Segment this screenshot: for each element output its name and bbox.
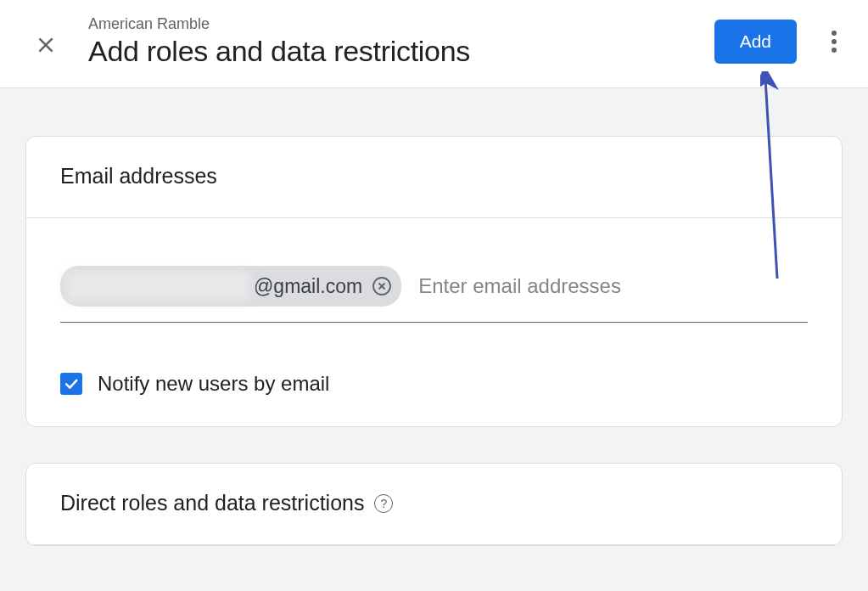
breadcrumb: American Ramble <box>88 15 714 33</box>
svg-point-4 <box>832 48 837 53</box>
email-addresses-card: Email addresses @gmail.com <box>25 136 843 427</box>
header-bar: American Ramble Add roles and data restr… <box>0 0 868 88</box>
content-area: Email addresses @gmail.com <box>0 88 868 591</box>
chip-redacted-name <box>65 271 250 301</box>
email-input[interactable] <box>418 274 808 298</box>
header-titles: American Ramble Add roles and data restr… <box>88 15 714 68</box>
roles-card: Direct roles and data restrictions ? <box>25 463 843 546</box>
notify-checkbox-row: Notify new users by email <box>60 372 808 396</box>
roles-card-title: Direct roles and data restrictions <box>60 491 364 515</box>
chip-remove-icon[interactable] <box>371 275 393 297</box>
close-icon[interactable] <box>34 33 58 57</box>
svg-point-3 <box>832 39 837 44</box>
email-card-title: Email addresses <box>26 137 842 218</box>
email-input-row: @gmail.com <box>60 266 808 323</box>
svg-point-2 <box>832 31 837 36</box>
help-icon[interactable]: ? <box>374 494 393 513</box>
page-title: Add roles and data restrictions <box>88 35 714 68</box>
email-card-body: @gmail.com Not <box>26 218 842 426</box>
chip-domain-text: @gmail.com <box>254 275 362 298</box>
email-chip[interactable]: @gmail.com <box>60 266 401 307</box>
notify-checkbox[interactable] <box>60 373 82 395</box>
notify-checkbox-label: Notify new users by email <box>98 372 329 396</box>
add-button[interactable]: Add <box>714 20 797 64</box>
more-vert-icon[interactable] <box>820 25 848 59</box>
roles-card-header: Direct roles and data restrictions ? <box>26 464 842 545</box>
